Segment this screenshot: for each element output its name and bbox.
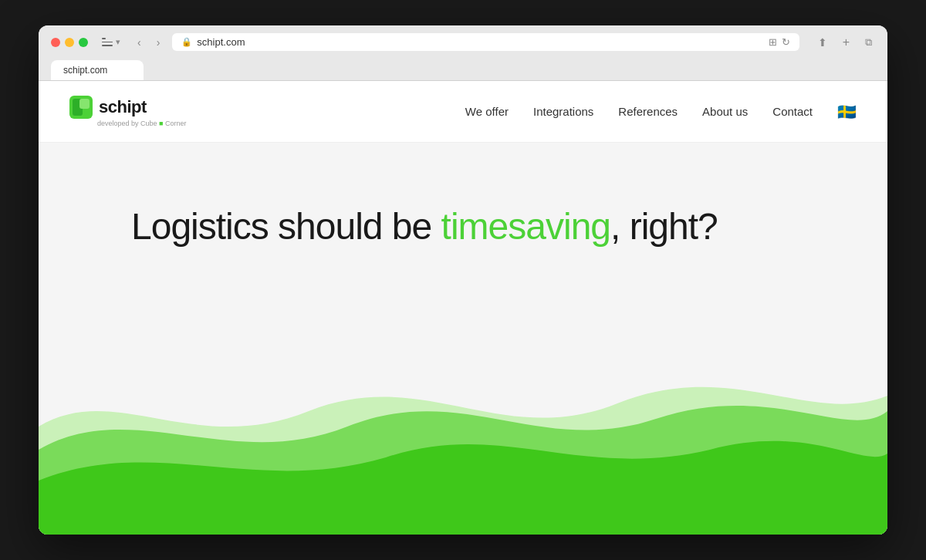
hero-heading-before: Logistics should be bbox=[131, 206, 441, 247]
lock-icon: 🔒 bbox=[181, 37, 192, 47]
browser-chrome: ▾ ‹ › 🔒 schipt.com ⊞ ↻ ⬆ + ⧉ schipt.com bbox=[39, 25, 887, 81]
hero-text: Logistics should be timesaving, right? bbox=[39, 143, 887, 249]
browser-right-controls: ⬆ + ⧉ bbox=[815, 34, 875, 51]
nav-link-references[interactable]: References bbox=[618, 105, 678, 118]
browser-top-bar: ▾ ‹ › 🔒 schipt.com ⊞ ↻ ⬆ + ⧉ bbox=[51, 33, 875, 51]
hero-heading: Logistics should be timesaving, right? bbox=[131, 204, 795, 249]
address-bar-actions: ⊞ ↻ bbox=[769, 36, 790, 48]
hero-heading-after: , right? bbox=[610, 206, 718, 247]
sidebar-toggle-button[interactable]: ▾ bbox=[97, 35, 125, 49]
address-bar[interactable]: 🔒 schipt.com ⊞ ↻ bbox=[172, 33, 799, 51]
browser-window: ▾ ‹ › 🔒 schipt.com ⊞ ↻ ⬆ + ⧉ schipt.com bbox=[39, 25, 887, 535]
logo-subtitle: developed by Cube ■ Corner bbox=[97, 120, 187, 127]
tab-overview-button[interactable]: ⧉ bbox=[862, 35, 875, 50]
site-nav: schipt developed by Cube ■ Corner We off… bbox=[39, 81, 887, 143]
chevron-down-icon: ▾ bbox=[116, 37, 120, 47]
minimize-button[interactable] bbox=[65, 38, 74, 47]
svg-rect-2 bbox=[79, 99, 90, 109]
wave-decoration bbox=[39, 334, 887, 535]
wave-svg bbox=[39, 334, 887, 535]
swedish-flag-icon[interactable]: 🇸🇪 bbox=[837, 103, 857, 120]
close-button[interactable] bbox=[51, 38, 60, 47]
tab-bar: schipt.com bbox=[51, 57, 875, 80]
nav-item-about-us[interactable]: About us bbox=[702, 105, 748, 119]
logo-top: schipt bbox=[69, 96, 187, 119]
traffic-lights bbox=[51, 38, 88, 47]
url-text: schipt.com bbox=[197, 36, 245, 48]
nav-item-integrations[interactable]: Integrations bbox=[533, 105, 593, 119]
reader-icon: ⊞ bbox=[769, 36, 777, 48]
maximize-button[interactable] bbox=[79, 38, 88, 47]
nav-item-references[interactable]: References bbox=[618, 105, 678, 119]
sidebar-toggle-icon bbox=[102, 38, 113, 46]
nav-link-we-offer[interactable]: We offer bbox=[465, 105, 509, 118]
active-tab[interactable]: schipt.com bbox=[51, 60, 144, 80]
logo-icon bbox=[69, 96, 93, 119]
nav-link-about-us[interactable]: About us bbox=[702, 105, 748, 118]
share-button[interactable]: ⬆ bbox=[815, 35, 830, 50]
hero-section: Logistics should be timesaving, right? bbox=[39, 143, 887, 535]
nav-link-integrations[interactable]: Integrations bbox=[533, 105, 593, 118]
svg-rect-3 bbox=[39, 519, 887, 535]
back-button[interactable]: ‹ bbox=[134, 35, 144, 50]
website-content: schipt developed by Cube ■ Corner We off… bbox=[39, 81, 887, 535]
hero-heading-highlight: timesaving bbox=[441, 206, 610, 247]
nav-link-contact[interactable]: Contact bbox=[772, 105, 813, 118]
new-tab-button[interactable]: + bbox=[840, 34, 853, 51]
nav-item-we-offer[interactable]: We offer bbox=[465, 105, 509, 119]
nav-item-language[interactable]: 🇸🇪 bbox=[837, 103, 857, 121]
nav-links: We offer Integrations References About u… bbox=[465, 103, 857, 121]
logo[interactable]: schipt developed by Cube ■ Corner bbox=[69, 96, 187, 127]
logo-text: schipt bbox=[99, 97, 147, 117]
forward-button[interactable]: › bbox=[154, 35, 164, 50]
refresh-icon[interactable]: ↻ bbox=[782, 36, 790, 48]
nav-item-contact[interactable]: Contact bbox=[772, 105, 813, 119]
